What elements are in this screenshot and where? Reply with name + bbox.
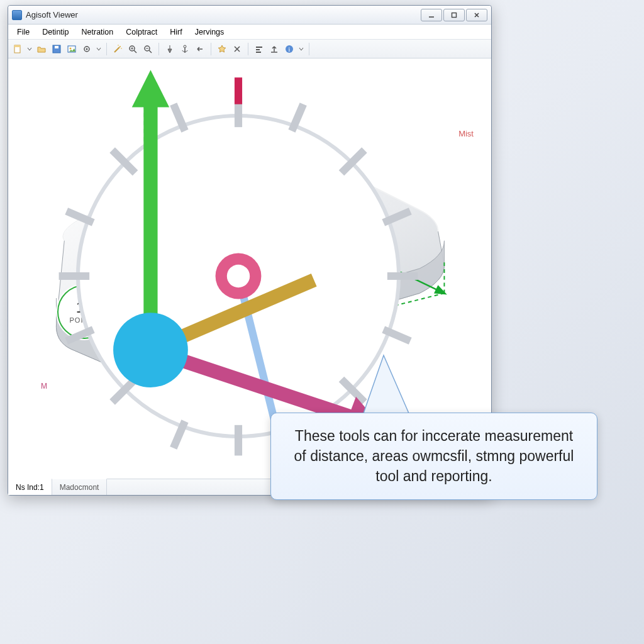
new-file-icon xyxy=(13,44,23,54)
toolbar-separator xyxy=(248,43,248,55)
image-button[interactable] xyxy=(65,42,79,56)
status-tab-2[interactable]: Madocmont xyxy=(52,479,108,495)
svg-rect-3 xyxy=(14,45,20,47)
maximize-icon xyxy=(450,11,458,19)
save-button[interactable] xyxy=(50,42,64,56)
settings-dropdown[interactable] xyxy=(95,42,103,56)
clear-button[interactable] xyxy=(230,42,244,56)
x-icon xyxy=(232,44,242,54)
chevron-down-icon xyxy=(299,47,304,52)
gear-icon xyxy=(82,44,92,54)
pin-icon xyxy=(165,44,175,54)
open-button[interactable] xyxy=(35,42,48,56)
anchor-button[interactable] xyxy=(178,42,192,56)
zoom-in-icon xyxy=(128,44,138,54)
zoom-out-icon xyxy=(143,44,153,54)
settings-button[interactable] xyxy=(80,42,94,56)
menubar: File Detintip Netration Colptract Hirf J… xyxy=(8,25,491,40)
toolbar-separator xyxy=(106,43,107,55)
toolbar-separator xyxy=(211,43,211,55)
svg-point-7 xyxy=(70,47,72,49)
triad-label: M xyxy=(41,382,47,391)
titlebar: Agisoft Viewer xyxy=(8,6,491,25)
info-dropdown[interactable] xyxy=(297,42,305,56)
svg-rect-5 xyxy=(55,46,58,48)
menu-jervings[interactable]: Jervings xyxy=(190,26,230,38)
minimize-icon xyxy=(428,11,435,19)
svg-rect-1 xyxy=(452,13,457,17)
pin-button[interactable] xyxy=(163,42,177,56)
toolbar-separator xyxy=(158,43,159,55)
arrow-left-icon xyxy=(195,44,205,54)
svg-line-18 xyxy=(149,50,152,53)
minimize-button[interactable] xyxy=(421,9,442,21)
star-button[interactable] xyxy=(215,42,229,56)
upload-icon xyxy=(269,44,279,54)
svg-point-53 xyxy=(113,313,188,387)
menu-netration[interactable]: Netration xyxy=(77,26,119,38)
menu-hirf[interactable]: Hirf xyxy=(165,26,187,38)
info-button[interactable]: i xyxy=(282,42,296,56)
close-icon xyxy=(473,11,480,19)
menu-colptract[interactable]: Colptract xyxy=(121,26,162,38)
toolbar: i xyxy=(8,40,491,58)
align-icon xyxy=(254,44,264,54)
info-icon: i xyxy=(284,44,294,54)
svg-rect-23 xyxy=(256,49,260,50)
svg-point-9 xyxy=(86,48,88,50)
anchor-icon xyxy=(180,44,190,54)
new-file-dropdown[interactable] xyxy=(26,42,33,56)
menu-file[interactable]: File xyxy=(12,26,35,38)
zoom-in-button[interactable] xyxy=(126,42,140,56)
star-icon xyxy=(217,44,227,54)
chevron-down-icon xyxy=(96,47,101,52)
wand-button[interactable] xyxy=(111,42,125,56)
svg-point-10 xyxy=(119,46,121,47)
chevron-down-icon xyxy=(27,47,32,52)
menu-detintip[interactable]: Detintip xyxy=(37,26,74,38)
callout-text: These tools can for inccerate measuremen… xyxy=(294,428,574,484)
new-file-button[interactable] xyxy=(11,42,25,56)
svg-point-11 xyxy=(118,45,119,46)
app-icon xyxy=(12,10,22,20)
callout-box: These tools can for inccerate measuremen… xyxy=(270,413,597,500)
axis-triad-icon[interactable] xyxy=(26,58,491,443)
wand-icon xyxy=(113,44,123,54)
svg-point-20 xyxy=(184,45,186,48)
svg-point-12 xyxy=(121,48,122,49)
save-icon xyxy=(52,44,62,54)
image-icon xyxy=(67,44,77,54)
zoom-out-button[interactable] xyxy=(141,42,155,56)
open-folder-icon xyxy=(36,44,47,54)
toolbar-separator xyxy=(309,43,309,55)
window-controls xyxy=(419,9,487,21)
maximize-button[interactable] xyxy=(443,9,465,21)
back-button[interactable] xyxy=(193,42,207,56)
align-button[interactable] xyxy=(252,42,266,56)
svg-rect-22 xyxy=(256,47,262,48)
svg-line-14 xyxy=(134,50,136,53)
status-tab-1[interactable]: Ns Ind:1 xyxy=(8,479,52,495)
window-title: Agisoft Viewer xyxy=(26,10,419,19)
close-button[interactable] xyxy=(466,9,487,21)
upload-button[interactable] xyxy=(267,42,281,56)
svg-text:i: i xyxy=(289,46,291,53)
svg-rect-24 xyxy=(256,52,261,53)
